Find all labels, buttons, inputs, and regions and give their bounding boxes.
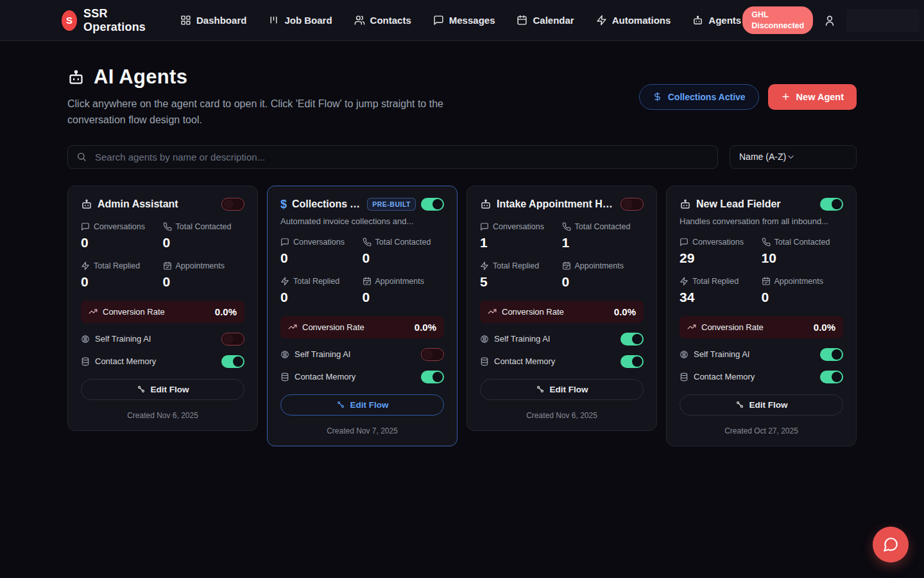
stat-label-text: Total Contacted bbox=[575, 222, 631, 231]
calendar-check-icon bbox=[762, 277, 771, 286]
workflow-icon bbox=[137, 385, 146, 394]
stat-appointments: Appointments 0 bbox=[163, 261, 245, 290]
page-subtitle: Click anywhere on the agent card to open… bbox=[67, 96, 449, 128]
contact-memory-toggle[interactable] bbox=[221, 355, 244, 368]
collections-active-button[interactable]: Collections Active bbox=[639, 84, 759, 110]
agent-card[interactable]: New Lead Fielder Handles conversation fr… bbox=[666, 186, 857, 446]
nav-item-dashboard[interactable]: Dashboard bbox=[180, 15, 246, 26]
toggle-knob bbox=[423, 349, 433, 360]
agent-description: Automated invoice collections and... bbox=[280, 216, 444, 226]
stat-value: 0 bbox=[562, 274, 644, 290]
nav-item-contacts[interactable]: Contacts bbox=[354, 15, 411, 26]
kanban-icon bbox=[268, 15, 279, 26]
contact-memory-label: Contact Memory bbox=[694, 372, 755, 381]
nav-label: Automations bbox=[612, 15, 671, 26]
sort-dropdown[interactable]: Name (A-Z) bbox=[730, 145, 857, 169]
edit-flow-button[interactable]: Edit Flow bbox=[480, 379, 644, 400]
stat-label-text: Total Contacted bbox=[176, 222, 232, 231]
agent-card[interactable]: Intake Appointment Hand... Conversations… bbox=[466, 186, 657, 431]
contact-memory-row: Contact Memory bbox=[81, 355, 244, 368]
self-training-row: Self Training AI bbox=[680, 348, 843, 361]
contact-memory-toggle[interactable] bbox=[820, 371, 843, 383]
database-icon bbox=[280, 372, 289, 381]
agent-card[interactable]: Admin Assistant Conversations 0 Total Co… bbox=[67, 186, 258, 431]
agent-enabled-toggle[interactable] bbox=[421, 198, 444, 211]
nav-item-job-board[interactable]: Job Board bbox=[268, 15, 332, 26]
stat-value: 10 bbox=[762, 250, 844, 266]
chat-fab-button[interactable] bbox=[873, 527, 909, 563]
self-training-toggle[interactable] bbox=[221, 333, 244, 346]
stat-value: 0 bbox=[163, 235, 245, 250]
contact-memory-toggle[interactable] bbox=[421, 371, 444, 383]
edit-flow-button[interactable]: Edit Flow bbox=[280, 394, 444, 416]
created-date: Created Nov 7, 2025 bbox=[280, 426, 444, 435]
agent-card[interactable]: $ Collections Agent PRE-BUILT Automated … bbox=[267, 186, 458, 446]
brain-icon bbox=[480, 335, 489, 344]
stat-label-text: Total Replied bbox=[293, 277, 339, 286]
bot-icon bbox=[692, 15, 703, 26]
nav-item-messages[interactable]: Messages bbox=[433, 15, 495, 26]
calendar-check-icon bbox=[163, 261, 172, 270]
self-training-toggle[interactable] bbox=[421, 348, 444, 361]
toggle-knob bbox=[233, 356, 243, 367]
message-square-icon bbox=[81, 222, 90, 231]
edit-flow-button[interactable]: Edit Flow bbox=[680, 394, 843, 416]
brand[interactable]: S SSR Operations bbox=[62, 7, 151, 34]
conversion-rate-label: Conversion Rate bbox=[103, 307, 165, 317]
workflow-icon bbox=[536, 385, 545, 394]
stat-label-text: Conversations bbox=[692, 238, 744, 247]
ghl-badge-line1: GHL bbox=[751, 10, 804, 21]
grid-icon bbox=[180, 15, 191, 26]
brand-logo: S bbox=[62, 10, 77, 31]
conversion-rate-bar: Conversion Rate 0.0% bbox=[81, 301, 244, 323]
agent-enabled-toggle[interactable] bbox=[221, 198, 244, 211]
nav-label: Calendar bbox=[533, 15, 574, 26]
nav-item-automations[interactable]: Automations bbox=[596, 15, 671, 26]
agent-name: New Lead Fielder bbox=[696, 198, 781, 210]
new-agent-button[interactable]: New Agent bbox=[768, 84, 857, 110]
message-square-icon bbox=[680, 238, 689, 247]
toggle-knob bbox=[432, 199, 443, 209]
edit-flow-label: Edit Flow bbox=[550, 385, 588, 394]
stat-label-text: Appointments bbox=[375, 277, 424, 286]
nav-item-calendar[interactable]: Calendar bbox=[517, 15, 574, 26]
search-input[interactable] bbox=[67, 145, 718, 169]
stat-value: 0 bbox=[363, 250, 445, 266]
self-training-toggle[interactable] bbox=[820, 348, 843, 361]
nav-label: Job Board bbox=[284, 15, 332, 26]
agent-description: Handles conversation from all inbound... bbox=[680, 216, 843, 226]
stat-label-text: Total Contacted bbox=[375, 238, 431, 247]
edit-flow-button[interactable]: Edit Flow bbox=[81, 379, 244, 400]
stat-total-contacted: Total Contacted 0 bbox=[163, 222, 245, 250]
toggle-knob bbox=[632, 334, 642, 344]
agent-enabled-toggle[interactable] bbox=[620, 198, 644, 211]
ghl-disconnected-badge[interactable]: GHL Disconnected bbox=[742, 6, 813, 35]
bot-icon bbox=[67, 69, 85, 86]
toggle-knob bbox=[622, 199, 633, 209]
contact-memory-toggle[interactable] bbox=[620, 355, 644, 368]
stat-total-replied: Total Replied 0 bbox=[81, 261, 163, 290]
user-icon[interactable] bbox=[823, 14, 836, 27]
phone-icon bbox=[562, 222, 571, 231]
agent-name: Intake Appointment Hand... bbox=[497, 198, 615, 210]
main-nav: Dashboard Job Board Contacts Messages Ca… bbox=[180, 15, 741, 26]
stat-appointments: Appointments 0 bbox=[363, 277, 445, 305]
toggle-knob bbox=[832, 349, 842, 360]
stat-label-text: Total Replied bbox=[493, 261, 539, 270]
stat-total-replied: Total Replied 34 bbox=[680, 277, 762, 305]
phone-icon bbox=[363, 238, 372, 247]
self-training-toggle[interactable] bbox=[620, 333, 644, 346]
self-training-label: Self Training AI bbox=[95, 334, 151, 344]
toggle-knob bbox=[223, 334, 234, 344]
nav-item-agents[interactable]: Agents bbox=[692, 15, 741, 26]
contact-memory-row: Contact Memory bbox=[680, 371, 843, 383]
prebuilt-badge: PRE-BUILT bbox=[367, 198, 416, 211]
contact-memory-row: Contact Memory bbox=[480, 355, 644, 368]
stat-label-text: Appointments bbox=[176, 261, 225, 270]
page-title: AI Agents bbox=[94, 66, 187, 89]
agent-enabled-toggle[interactable] bbox=[820, 198, 843, 211]
stat-label-text: Appointments bbox=[774, 277, 823, 286]
workflow-icon bbox=[735, 400, 744, 409]
stat-value: 0 bbox=[280, 250, 363, 266]
stat-value: 29 bbox=[680, 250, 762, 266]
